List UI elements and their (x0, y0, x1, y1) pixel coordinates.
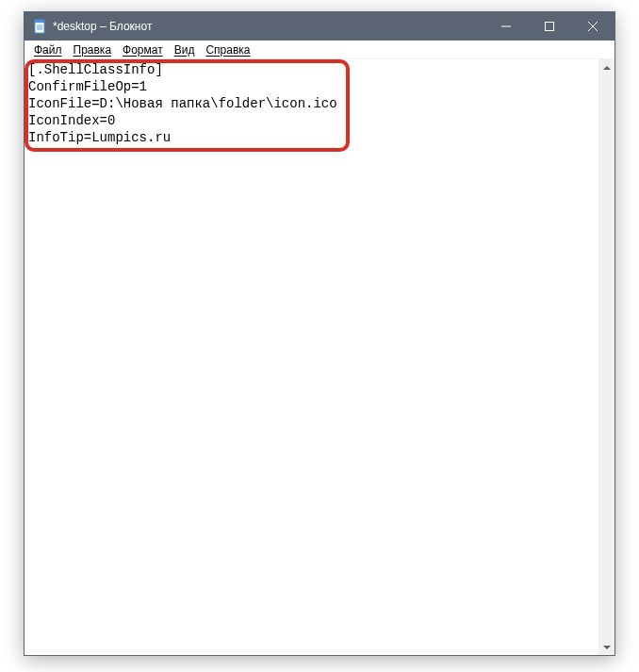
notepad-window: *desktop – Блокнот Файл Правка Формат Ви… (24, 11, 615, 656)
maximize-button[interactable] (528, 12, 571, 41)
menu-edit[interactable]: Правка (68, 42, 118, 57)
window-title: *desktop – Блокнот (53, 20, 484, 33)
menu-view[interactable]: Вид (169, 42, 201, 57)
scroll-up-arrow[interactable] (598, 59, 614, 75)
text-content[interactable]: [.ShellClassInfo] ConfirmFileOp=1 IconFi… (28, 61, 337, 146)
svg-rect-6 (546, 23, 554, 31)
scroll-track[interactable] (598, 75, 614, 639)
menu-format[interactable]: Формат (117, 42, 169, 57)
menu-help[interactable]: Справка (200, 42, 255, 57)
titlebar[interactable]: *desktop – Блокнот (25, 12, 614, 41)
notepad-icon (32, 19, 47, 34)
svg-marker-10 (603, 646, 611, 649)
vertical-scrollbar[interactable] (598, 59, 614, 655)
scroll-down-arrow[interactable] (598, 639, 614, 655)
svg-marker-9 (603, 66, 611, 70)
window-controls (484, 12, 614, 41)
editor-area[interactable]: [.ShellClassInfo] ConfirmFileOp=1 IconFi… (25, 59, 614, 655)
menubar: Файл Правка Формат Вид Справка (25, 41, 614, 59)
menu-file[interactable]: Файл (28, 42, 68, 57)
minimize-button[interactable] (484, 12, 528, 41)
close-button[interactable] (571, 12, 614, 41)
svg-rect-1 (35, 20, 44, 23)
